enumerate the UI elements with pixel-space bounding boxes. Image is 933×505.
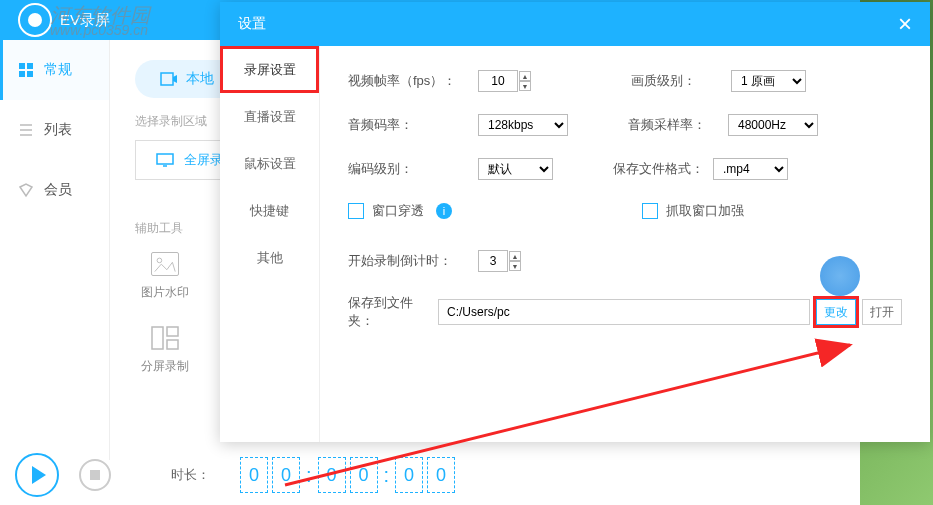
watermark-url: www.pc0359.cn: [50, 22, 148, 38]
tab-other[interactable]: 其他: [220, 234, 319, 281]
dialog-header: 设置 ×: [220, 2, 930, 46]
tab-mouse-settings[interactable]: 鼠标设置: [220, 140, 319, 187]
window-trans-label: 窗口穿透: [372, 202, 424, 220]
sidebar-item-list[interactable]: 列表: [0, 100, 109, 160]
dialog-body: 录屏设置 直播设置 鼠标设置 快捷键 其他 视频帧率（fps）： ▲▼ 画质级别…: [220, 46, 930, 442]
change-button[interactable]: 更改: [816, 299, 856, 325]
svg-rect-10: [157, 154, 173, 164]
app-logo: [15, 0, 55, 40]
diamond-icon: [18, 182, 34, 198]
bottom-bar: 时长： 0 0 : 0 0 : 0 0: [0, 445, 860, 505]
time-sep: :: [382, 464, 392, 487]
monitor-icon: [156, 153, 174, 167]
svg-point-1: [28, 13, 42, 27]
svg-rect-13: [152, 327, 163, 349]
time-label: 时长：: [171, 466, 210, 484]
fps-input[interactable]: [478, 70, 518, 92]
sidebar-label: 列表: [44, 121, 72, 139]
svg-rect-4: [19, 71, 25, 77]
fps-spinner[interactable]: ▲▼: [519, 71, 531, 91]
dialog-title: 设置: [238, 15, 266, 33]
svg-rect-14: [167, 327, 178, 336]
sidebar-item-general[interactable]: 常规: [0, 40, 109, 100]
window-enhance-checkbox[interactable]: [642, 203, 658, 219]
countdown-label: 开始录制倒计时：: [348, 252, 478, 270]
countdown-input[interactable]: [478, 250, 508, 272]
tab-live-settings[interactable]: 直播设置: [220, 93, 319, 140]
compass-icon: [820, 256, 860, 296]
grid-icon: [18, 62, 34, 78]
tab-label: 本地: [186, 70, 214, 88]
svg-rect-2: [19, 63, 25, 69]
open-button[interactable]: 打开: [862, 299, 902, 325]
dialog-content: 视频帧率（fps）： ▲▼ 画质级别： 1 原画 音频码率： 128kbps 音…: [320, 46, 930, 442]
stop-icon: [90, 470, 100, 480]
audio-label: 音频码率：: [348, 116, 478, 134]
window-enhance-label: 抓取窗口加强: [666, 202, 744, 220]
digit: 0: [318, 457, 346, 493]
close-icon[interactable]: ×: [898, 10, 912, 38]
audio-select[interactable]: 128kbps: [478, 114, 568, 136]
sample-label: 音频采样率：: [628, 116, 728, 134]
quality-select[interactable]: 1 原画: [731, 70, 806, 92]
svg-rect-5: [27, 71, 33, 77]
tab-hotkey[interactable]: 快捷键: [220, 187, 319, 234]
split-icon: [151, 326, 179, 350]
watermark-tool[interactable]: 图片水印: [135, 252, 195, 301]
image-icon: [151, 252, 179, 276]
savepath-input[interactable]: [438, 299, 810, 325]
time-display: 0 0 : 0 0 : 0 0: [240, 457, 455, 493]
svg-rect-9: [161, 73, 173, 85]
digit: 0: [350, 457, 378, 493]
format-label: 保存文件格式：: [613, 160, 713, 178]
fps-label: 视频帧率（fps）：: [348, 72, 478, 90]
watermark-label: 图片水印: [141, 284, 189, 301]
camera-icon: [160, 72, 178, 86]
settings-dialog: 设置 × 录屏设置 直播设置 鼠标设置 快捷键 其他 视频帧率（fps）： ▲▼…: [220, 2, 930, 442]
sidebar-item-member[interactable]: 会员: [0, 160, 109, 220]
format-select[interactable]: .mp4: [713, 158, 788, 180]
savepath-label: 保存到文件夹：: [348, 294, 438, 330]
digit: 0: [272, 457, 300, 493]
dialog-sidebar: 录屏设置 直播设置 鼠标设置 快捷键 其他: [220, 46, 320, 442]
play-button[interactable]: [15, 453, 59, 497]
encode-label: 编码级别：: [348, 160, 478, 178]
tab-record-settings[interactable]: 录屏设置: [220, 46, 319, 93]
stop-button[interactable]: [79, 459, 111, 491]
list-icon: [18, 122, 34, 138]
quality-label: 画质级别：: [631, 72, 731, 90]
digit: 0: [240, 457, 268, 493]
sample-select[interactable]: 48000Hz: [728, 114, 818, 136]
svg-rect-3: [27, 63, 33, 69]
digit: 0: [427, 457, 455, 493]
split-tool[interactable]: 分屏录制: [135, 326, 195, 375]
main-sidebar: 常规 列表 会员: [0, 40, 110, 460]
time-sep: :: [304, 464, 314, 487]
sidebar-label: 会员: [44, 181, 72, 199]
countdown-spinner[interactable]: ▲▼: [509, 251, 521, 271]
svg-rect-15: [167, 340, 178, 349]
encode-select[interactable]: 默认: [478, 158, 553, 180]
sidebar-label: 常规: [44, 61, 72, 79]
digit: 0: [395, 457, 423, 493]
split-label: 分屏录制: [141, 358, 189, 375]
play-icon: [32, 466, 46, 484]
window-trans-checkbox[interactable]: [348, 203, 364, 219]
info-icon[interactable]: i: [436, 203, 452, 219]
svg-point-12: [157, 258, 162, 263]
